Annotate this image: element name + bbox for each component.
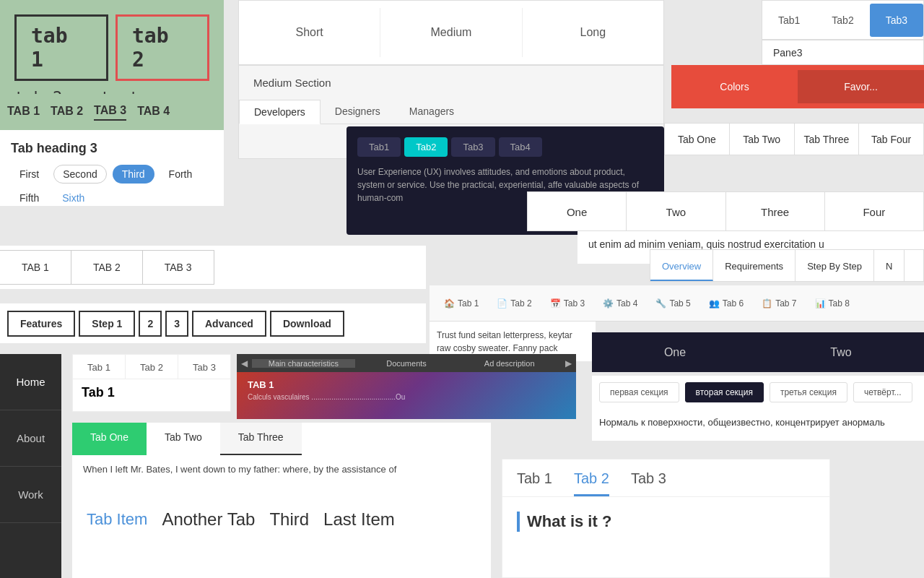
- tab-underline-2[interactable]: TAB 2: [51, 105, 83, 120]
- tab-fifth[interactable]: Fifth: [11, 189, 48, 207]
- green-tab-one[interactable]: Tab One: [72, 423, 147, 455]
- tab-designers[interactable]: Designers: [321, 100, 395, 124]
- tab-advanced[interactable]: Advanced: [192, 311, 266, 337]
- tab-forth[interactable]: Forth: [160, 165, 201, 183]
- tab-colors[interactable]: Colors: [671, 70, 798, 103]
- tab-short[interactable]: Short: [239, 8, 380, 57]
- last-item-tab[interactable]: Last Item: [323, 509, 395, 530]
- icon-tab7[interactable]: 📋 Tab 7: [754, 293, 803, 314]
- calendar-icon: 📅: [550, 298, 561, 309]
- tab-n[interactable]: N: [874, 250, 905, 281]
- panel-features-tabs: Features Step 1 2 3 Advanced Download: [0, 303, 426, 343]
- panel-tab-one-four: Tab One Tab Two Tab Three Tab Four: [664, 123, 924, 155]
- bordered-tab2[interactable]: TAB 2: [71, 250, 143, 285]
- tab-chetverty[interactable]: четвёрт...: [853, 382, 912, 402]
- tab-ad-description[interactable]: Ad description: [458, 359, 561, 368]
- tab-underline-3[interactable]: TAB 3: [94, 104, 126, 121]
- gradient-tab-label: TAB 1: [248, 379, 405, 390]
- icon-tab3[interactable]: 📅 Tab 3: [543, 293, 592, 314]
- tab-main-characteristics[interactable]: Main characteristics: [252, 359, 355, 368]
- sidebar-panel: Home About Work: [0, 354, 61, 578]
- panel-one-two-dark: One Two: [592, 332, 924, 372]
- tab-favorites[interactable]: Favor...: [798, 70, 924, 103]
- next-arrow-icon[interactable]: ▶: [561, 358, 576, 368]
- tr-tab1[interactable]: Tab1: [762, 4, 816, 37]
- third-tab[interactable]: Third: [269, 509, 309, 530]
- tab-tab-one[interactable]: Tab One: [665, 124, 730, 155]
- tab-underline-4[interactable]: TAB 4: [137, 105, 170, 120]
- tab-long[interactable]: Long: [523, 8, 663, 57]
- icon-tab1[interactable]: 🏠 Tab 1: [437, 293, 486, 314]
- tab-developers[interactable]: Developers: [239, 100, 321, 124]
- tab-step-by-step[interactable]: Step By Step: [796, 250, 874, 281]
- tab-sixth[interactable]: Sixth: [53, 189, 93, 207]
- panel-pane3: Pane3: [762, 40, 924, 65]
- tab-pervaya[interactable]: первая секция: [599, 382, 679, 402]
- green-tab-two[interactable]: Tab Two: [147, 423, 220, 455]
- panel-russian-content: Нормаль к поверхности, общеизвестно, кон…: [592, 408, 924, 441]
- small-tab2[interactable]: Tab 2: [126, 355, 178, 379]
- panel-characteristics-tabs: ◀ Main characteristics Documents Ad desc…: [237, 354, 576, 372]
- dark-tab3[interactable]: Tab3: [451, 137, 494, 157]
- tab-requirements[interactable]: Requirements: [713, 250, 796, 281]
- sidebar-about[interactable]: About: [0, 410, 61, 467]
- tab-third[interactable]: Third: [113, 165, 154, 184]
- icon-tab6[interactable]: 👥 Tab 6: [702, 293, 751, 314]
- title-bar: [517, 512, 520, 532]
- dark-tab2[interactable]: Tab2: [404, 137, 448, 157]
- tab-managers[interactable]: Managers: [395, 100, 468, 124]
- prev-arrow-icon[interactable]: ◀: [237, 358, 252, 368]
- icon-tab2[interactable]: 📄 Tab 2: [489, 293, 539, 314]
- small-tab1[interactable]: Tab 1: [73, 355, 126, 379]
- dark-tab1[interactable]: Tab1: [357, 137, 401, 157]
- dark-tab4[interactable]: Tab4: [499, 137, 542, 157]
- tr-tab2[interactable]: Tab2: [816, 4, 869, 37]
- tr-tab3[interactable]: Tab3: [870, 4, 923, 37]
- sidebar-home[interactable]: Home: [0, 354, 61, 410]
- green-tab-three[interactable]: Tab Three: [220, 423, 302, 455]
- tab-item[interactable]: Tab Item: [87, 510, 147, 529]
- tab-features[interactable]: Features: [7, 311, 75, 337]
- panel-bordered-tabs: TAB 1 TAB 2 TAB 3: [0, 246, 426, 289]
- tab2-box[interactable]: tab 2: [116, 14, 209, 81]
- icon-tab8[interactable]: 📊 Tab 8: [808, 293, 857, 314]
- tab-tab-three[interactable]: Tab Three: [795, 124, 860, 155]
- dark-tab-one[interactable]: One: [592, 332, 758, 372]
- dark-tab-two[interactable]: Two: [758, 332, 924, 372]
- bordered-tab1[interactable]: TAB 1: [0, 250, 71, 285]
- tab-vtoraya[interactable]: вторая секция: [685, 382, 764, 402]
- panel-tab-underline: TAB 1 TAB 2 TAB 3 TAB 4: [0, 94, 224, 130]
- tab-second[interactable]: Second: [53, 165, 106, 184]
- large-tab2[interactable]: Tab 2: [574, 470, 609, 496]
- tab-heading: Tab heading 3: [11, 141, 213, 156]
- doc-icon: 📄: [497, 298, 507, 309]
- bordered-tab3[interactable]: TAB 3: [142, 250, 214, 285]
- large-tab1[interactable]: Tab 1: [517, 470, 552, 496]
- tab-first[interactable]: First: [11, 165, 48, 183]
- tab-four[interactable]: Four: [825, 192, 923, 230]
- gear-icon: ⚙️: [603, 298, 614, 309]
- large-tab3[interactable]: Tab 3: [631, 470, 666, 496]
- tab-underline-1[interactable]: TAB 1: [7, 105, 40, 120]
- tab-tab-four[interactable]: Tab Four: [859, 124, 923, 155]
- tab-tretya[interactable]: третья секция: [770, 382, 847, 402]
- tab-tab-two[interactable]: Tab Two: [730, 124, 795, 155]
- tab1-box[interactable]: tab 1: [14, 14, 108, 81]
- another-tab[interactable]: Another Tab: [162, 509, 255, 530]
- tab-step2[interactable]: 2: [139, 311, 162, 337]
- tab-step3[interactable]: 3: [165, 311, 188, 337]
- icon-tab5[interactable]: 🔧 Tab 5: [648, 293, 697, 314]
- tab-overview[interactable]: Overview: [650, 250, 713, 281]
- tab-download[interactable]: Download: [270, 311, 344, 337]
- tab-two[interactable]: Two: [627, 192, 725, 230]
- tab-step1[interactable]: Step 1: [79, 311, 135, 337]
- panel-short-medium-long: Short Medium Long: [238, 0, 664, 65]
- tab-one[interactable]: One: [528, 192, 627, 230]
- icon-tab4[interactable]: ⚙️ Tab 4: [596, 293, 645, 314]
- panel-tab-heading3: Tab heading 3 First Second Third Forth F…: [0, 130, 224, 206]
- tab-documents[interactable]: Documents: [355, 359, 458, 368]
- tab-three[interactable]: Three: [726, 192, 825, 230]
- tab-medium[interactable]: Medium: [380, 8, 522, 57]
- small-tab3[interactable]: Tab 3: [178, 355, 230, 379]
- sidebar-work[interactable]: Work: [0, 467, 61, 523]
